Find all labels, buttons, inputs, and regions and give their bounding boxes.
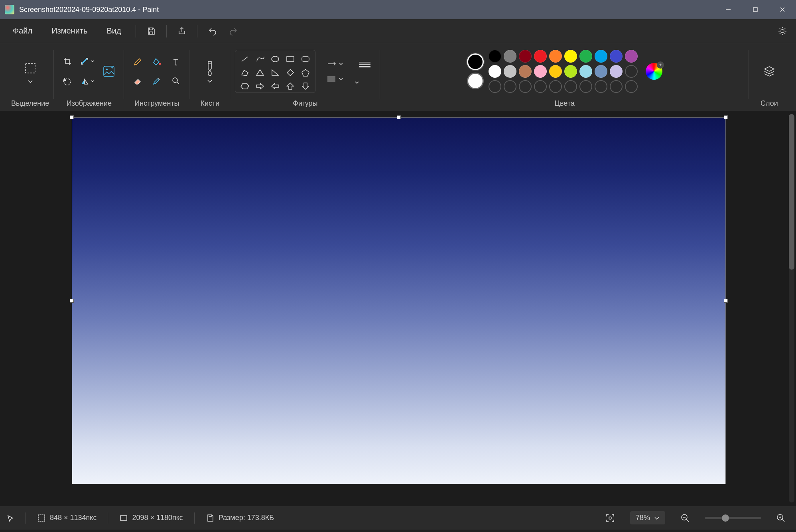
text-tool[interactable] xyxy=(167,53,185,71)
swatch[interactable] xyxy=(489,50,501,63)
swatch[interactable] xyxy=(610,50,623,63)
canvas[interactable] xyxy=(72,117,726,484)
maximize-button[interactable] xyxy=(742,0,769,19)
zoom-in-button[interactable] xyxy=(772,509,790,527)
fill-tool[interactable] xyxy=(148,53,166,71)
shape-rect[interactable] xyxy=(283,53,298,65)
swatch-empty[interactable] xyxy=(625,80,638,93)
layers-button[interactable] xyxy=(754,51,785,91)
crop-button[interactable] xyxy=(59,53,76,70)
color-primary[interactable] xyxy=(467,53,484,70)
svg-rect-15 xyxy=(327,76,335,82)
flip-button[interactable] xyxy=(79,73,96,90)
swatch[interactable] xyxy=(504,65,516,78)
share-button[interactable] xyxy=(173,22,191,40)
swatch-empty[interactable] xyxy=(625,65,638,78)
shape-outline-button[interactable] xyxy=(323,58,347,70)
ai-image-button[interactable] xyxy=(99,61,119,82)
swatch[interactable] xyxy=(519,65,532,78)
color-secondary[interactable] xyxy=(467,73,484,89)
zoom-out-button[interactable] xyxy=(676,509,694,527)
shape-arrow-right[interactable] xyxy=(253,80,267,93)
shape-fill-button[interactable] xyxy=(323,73,347,85)
swatch[interactable] xyxy=(549,50,562,63)
swatch-empty[interactable] xyxy=(489,80,501,93)
swatch[interactable] xyxy=(579,50,592,63)
zoom-dropdown[interactable]: 78% xyxy=(630,511,665,524)
shape-diamond[interactable] xyxy=(283,66,298,79)
swatch[interactable] xyxy=(595,65,607,78)
shape-roundrect[interactable] xyxy=(298,53,313,65)
pencil-tool[interactable] xyxy=(129,53,146,71)
close-button[interactable] xyxy=(769,0,796,19)
swatch[interactable] xyxy=(504,50,516,63)
settings-button[interactable] xyxy=(774,22,791,40)
swatch[interactable] xyxy=(625,50,638,63)
swatch-empty[interactable] xyxy=(564,80,577,93)
swatch[interactable] xyxy=(534,50,547,63)
menu-view[interactable]: Вид xyxy=(99,23,129,39)
swatch[interactable] xyxy=(549,65,562,78)
swatch[interactable] xyxy=(595,50,607,63)
swatch-empty[interactable] xyxy=(549,80,562,93)
resize-handle[interactable] xyxy=(70,299,74,303)
eraser-tool[interactable] xyxy=(129,72,146,90)
resize-handle[interactable] xyxy=(724,299,728,303)
resize-handle[interactable] xyxy=(397,115,401,119)
ribbon-label-selection: Выделение xyxy=(11,96,49,111)
svg-line-11 xyxy=(242,57,248,61)
shape-right-triangle[interactable] xyxy=(268,66,282,79)
shape-triangle[interactable] xyxy=(253,66,267,79)
shape-arrow-down[interactable] xyxy=(298,80,313,93)
undo-button[interactable] xyxy=(204,22,221,40)
swatch-empty[interactable] xyxy=(534,80,547,93)
shape-polygon[interactable] xyxy=(238,66,252,79)
svg-rect-5 xyxy=(26,63,35,73)
swatch[interactable] xyxy=(564,65,577,78)
edit-colors-button[interactable] xyxy=(646,63,662,80)
swatch[interactable] xyxy=(489,65,501,78)
minimize-button[interactable] xyxy=(715,0,742,19)
shapes-gallery[interactable] xyxy=(235,50,315,93)
swatch-empty[interactable] xyxy=(504,80,516,93)
window-title: Screenshot202024-09-0920at2010.4 - Paint xyxy=(19,6,715,14)
swatch[interactable] xyxy=(579,65,592,78)
magnifier-tool[interactable] xyxy=(167,72,185,90)
brushes-button[interactable] xyxy=(194,51,225,91)
color-palette xyxy=(489,50,638,93)
shape-oval[interactable] xyxy=(268,53,282,65)
save-button[interactable] xyxy=(142,22,160,40)
resize-handle[interactable] xyxy=(724,115,728,119)
canvas-area[interactable] xyxy=(0,111,796,506)
swatch[interactable] xyxy=(564,50,577,63)
swatch-empty[interactable] xyxy=(595,80,607,93)
swatch-empty[interactable] xyxy=(610,80,623,93)
swatch-empty[interactable] xyxy=(519,80,532,93)
eyedropper-tool[interactable] xyxy=(148,72,166,90)
stroke-width-button[interactable] xyxy=(355,58,375,70)
resize-handle[interactable] xyxy=(70,115,74,119)
scrollbar-thumb[interactable] xyxy=(789,114,794,270)
shape-arrow-up[interactable] xyxy=(283,80,298,93)
menu-edit[interactable]: Изменить xyxy=(43,23,95,39)
zoom-slider[interactable] xyxy=(705,517,761,519)
resize-button[interactable] xyxy=(79,53,96,70)
fit-screen-button[interactable] xyxy=(601,509,619,527)
shape-arrow-left[interactable] xyxy=(268,80,282,93)
shape-line[interactable] xyxy=(238,53,252,65)
swatch[interactable] xyxy=(610,65,623,78)
shape-pentagon[interactable] xyxy=(298,66,313,79)
svg-rect-20 xyxy=(120,516,127,520)
swatch-empty[interactable] xyxy=(579,80,592,93)
selection-tool[interactable] xyxy=(15,51,46,91)
vertical-scrollbar[interactable] xyxy=(789,114,794,502)
redo-button[interactable] xyxy=(225,22,242,40)
ribbon-label-shapes: Фигуры xyxy=(293,96,317,111)
shape-curve[interactable] xyxy=(253,53,267,65)
menu-file[interactable]: Файл xyxy=(5,23,40,39)
zoom-slider-thumb[interactable] xyxy=(722,514,729,522)
rotate-button[interactable] xyxy=(59,73,76,90)
swatch[interactable] xyxy=(519,50,532,63)
swatch[interactable] xyxy=(534,65,547,78)
shape-hexagon[interactable] xyxy=(238,80,252,93)
